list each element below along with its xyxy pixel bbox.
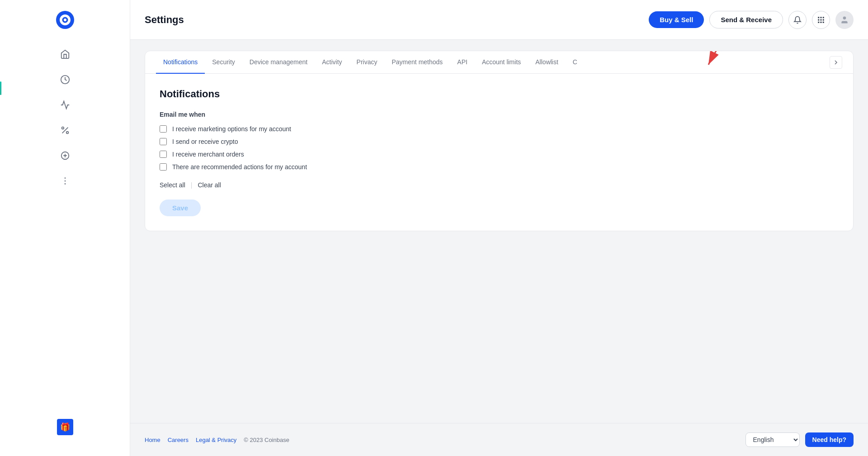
footer-legal-link[interactable]: Legal & Privacy — [196, 437, 236, 443]
tab-security[interactable]: Security — [205, 51, 242, 74]
tab-privacy[interactable]: Privacy — [349, 51, 385, 74]
settings-panel: Notifications Security Device management… — [145, 51, 854, 231]
divider: | — [191, 181, 193, 189]
checkbox-recommended: There are recommended actions for my acc… — [160, 163, 839, 171]
svg-rect-14 — [823, 19, 824, 20]
footer-home-link[interactable]: Home — [145, 437, 160, 443]
apps-grid-button[interactable] — [812, 11, 830, 29]
svg-rect-17 — [823, 21, 824, 23]
sidebar-item-chart[interactable] — [54, 94, 76, 116]
footer-careers-link[interactable]: Careers — [168, 437, 189, 443]
content-area: Notifications Security Device management… — [130, 40, 868, 423]
coinbase-logo[interactable] — [56, 11, 74, 29]
svg-rect-9 — [818, 17, 819, 18]
checkbox-marketing-label[interactable]: I receive marketing options for my accou… — [172, 125, 291, 133]
sidebar-nav — [54, 43, 76, 416]
svg-rect-16 — [821, 21, 822, 23]
user-avatar-button[interactable] — [835, 11, 854, 29]
tab-allowlist[interactable]: Allowlist — [528, 51, 566, 74]
notifications-title: Notifications — [160, 88, 839, 100]
checkbox-send-receive-input[interactable] — [160, 138, 167, 145]
save-button[interactable]: Save — [160, 200, 201, 216]
svg-point-3 — [61, 127, 64, 129]
checkbox-marketing: I receive marketing options for my accou… — [160, 125, 839, 133]
footer-right: English Français Deutsch Español Need he… — [745, 432, 854, 447]
svg-point-18 — [843, 16, 846, 19]
send-receive-button[interactable]: Send & Receive — [709, 11, 783, 28]
checkbox-merchant-label[interactable]: I receive merchant orders — [172, 151, 244, 158]
svg-point-4 — [66, 132, 68, 134]
svg-point-8 — [64, 183, 66, 185]
buy-sell-button[interactable]: Buy & Sell — [649, 11, 704, 28]
notifications-content: Notifications Email me when I receive ma… — [145, 74, 853, 231]
svg-rect-15 — [818, 21, 819, 23]
clear-all-button[interactable]: Clear all — [198, 181, 221, 189]
tab-device-management[interactable]: Device management — [242, 51, 315, 74]
sidebar: 🎁 — [0, 0, 130, 456]
gift-icon[interactable]: 🎁 — [54, 416, 76, 438]
main-content: Settings Buy & Sell Send & Receive — [130, 0, 868, 456]
svg-rect-11 — [823, 17, 824, 18]
select-all-button[interactable]: Select all — [160, 181, 185, 189]
svg-point-6 — [64, 177, 66, 179]
page-title: Settings — [145, 14, 649, 26]
notifications-bell-button[interactable] — [788, 11, 807, 29]
tabs-bar: Notifications Security Device management… — [145, 51, 853, 74]
topbar: Settings Buy & Sell Send & Receive — [130, 0, 868, 40]
topbar-actions: Buy & Sell Send & Receive — [649, 11, 854, 29]
sidebar-bottom: 🎁 — [54, 416, 76, 445]
tab-account-limits[interactable]: Account limits — [475, 51, 528, 74]
footer-copyright: © 2023 Coinbase — [244, 437, 289, 443]
tab-activity[interactable]: Activity — [315, 51, 349, 74]
svg-line-2 — [62, 128, 68, 133]
checkbox-recommended-input[interactable] — [160, 163, 167, 171]
tab-api[interactable]: API — [450, 51, 475, 74]
checkbox-merchant: I receive merchant orders — [160, 151, 839, 158]
tab-payment-methods[interactable]: Payment methods — [385, 51, 450, 74]
checkbox-send-receive: I send or receive crypto — [160, 138, 839, 145]
sidebar-progress-bar — [0, 81, 1, 95]
svg-rect-10 — [821, 17, 822, 18]
footer: Home Careers Legal & Privacy © 2023 Coin… — [130, 423, 868, 456]
tab-more[interactable]: C — [566, 51, 585, 74]
sidebar-item-home[interactable] — [54, 43, 76, 65]
sidebar-item-history[interactable] — [54, 69, 76, 90]
checkbox-send-receive-label[interactable]: I send or receive crypto — [172, 138, 238, 145]
need-help-button[interactable]: Need help? — [805, 432, 854, 447]
checkbox-recommended-label[interactable]: There are recommended actions for my acc… — [172, 163, 307, 171]
sidebar-item-earn[interactable] — [54, 119, 76, 141]
footer-links: Home Careers Legal & Privacy © 2023 Coin… — [145, 437, 289, 443]
sidebar-item-more[interactable] — [54, 170, 76, 192]
tab-notifications[interactable]: Notifications — [156, 51, 205, 74]
svg-rect-12 — [818, 19, 819, 20]
svg-rect-13 — [821, 19, 822, 20]
checkbox-marketing-input[interactable] — [160, 125, 167, 133]
sidebar-item-nft[interactable] — [54, 145, 76, 166]
language-selector[interactable]: English Français Deutsch Español — [745, 432, 800, 447]
svg-point-7 — [64, 180, 66, 182]
email-when-label: Email me when — [160, 111, 839, 118]
select-clear-row: Select all | Clear all — [160, 181, 839, 189]
checkbox-merchant-input[interactable] — [160, 151, 167, 158]
checkbox-list: I receive marketing options for my accou… — [160, 125, 839, 171]
tabs-chevron-button[interactable] — [830, 56, 842, 69]
